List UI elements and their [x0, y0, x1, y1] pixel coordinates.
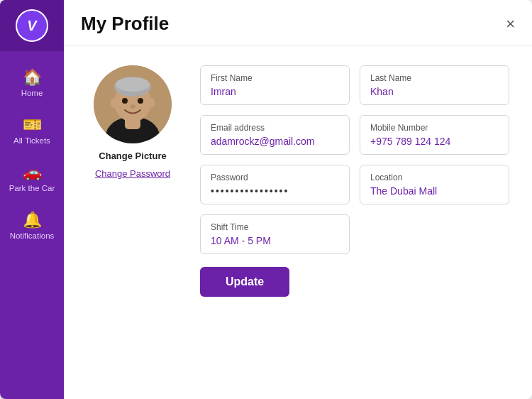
contact-row: Email address adamrockz@gmail.com Mobile… [200, 115, 509, 155]
password-location-row: Password •••••••••••••••• Location The D… [200, 165, 509, 204]
svg-point-8 [122, 98, 128, 104]
password-value: •••••••••••••••• [211, 185, 339, 197]
page-title: My Profile [81, 13, 169, 35]
sidebar-item-park-the-car[interactable]: 🚗 Park the Car [0, 153, 64, 201]
svg-point-9 [138, 98, 143, 104]
sidebar-item-home-label: Home [21, 89, 43, 97]
svg-point-6 [111, 98, 118, 108]
top-bar: My Profile × [64, 0, 532, 45]
sidebar-item-all-tickets[interactable]: 🎫 All Tickets [0, 106, 64, 153]
mobile-label: Mobile Number [370, 123, 499, 133]
close-button[interactable]: × [506, 16, 515, 32]
sidebar-item-tickets-label: All Tickets [13, 136, 50, 145]
update-button[interactable]: Update [200, 267, 289, 297]
change-password-button[interactable]: Change Password [95, 168, 170, 179]
location-label: Location [370, 173, 499, 182]
sidebar: V 🏠 Home 🎫 All Tickets 🚗 Park the Car 🔔 … [0, 0, 64, 399]
first-name-field[interactable]: First Name Imran [200, 65, 350, 105]
car-icon: 🚗 [23, 165, 42, 180]
name-row: First Name Imran Last Name Khan [200, 65, 509, 105]
email-label: Email address [211, 123, 339, 133]
shift-label: Shift Time [211, 222, 339, 232]
app-window: V 🏠 Home 🎫 All Tickets 🚗 Park the Car 🔔 … [0, 0, 532, 399]
bell-icon: 🔔 [23, 212, 42, 228]
avatar [94, 65, 172, 143]
profile-body: Change Picture Change Password First Nam… [64, 45, 532, 399]
sidebar-item-notifications-label: Notifications [10, 231, 55, 240]
avatar-image [94, 65, 172, 143]
logo-icon: V [16, 9, 48, 42]
svg-point-7 [148, 98, 155, 108]
main-content: My Profile × [64, 0, 532, 399]
svg-point-10 [130, 104, 135, 109]
last-name-field[interactable]: Last Name Khan [360, 65, 509, 105]
avatar-section: Change Picture Change Password [87, 65, 179, 379]
mobile-field[interactable]: Mobile Number +975 789 124 124 [360, 115, 509, 155]
password-field[interactable]: Password •••••••••••••••• [200, 165, 350, 204]
shift-value: 10 AM - 5 PM [211, 235, 339, 246]
email-value: adamrockz@gmail.com [211, 136, 339, 147]
svg-point-5 [116, 77, 150, 92]
ticket-icon: 🎫 [23, 117, 42, 133]
change-picture-label: Change Picture [99, 151, 166, 161]
last-name-value: Khan [370, 86, 499, 97]
sidebar-logo: V [0, 0, 64, 51]
email-field[interactable]: Email address adamrockz@gmail.com [200, 115, 350, 155]
last-name-label: Last Name [370, 73, 499, 83]
first-name-value: Imran [211, 86, 339, 97]
home-icon: 🏠 [23, 70, 42, 85]
sidebar-item-notifications[interactable]: 🔔 Notifications [0, 201, 64, 248]
shift-row: Shift Time 10 AM - 5 PM [200, 214, 509, 254]
sidebar-nav: 🏠 Home 🎫 All Tickets 🚗 Park the Car 🔔 No… [0, 51, 64, 248]
password-label: Password [211, 173, 339, 182]
sidebar-item-car-label: Park the Car [9, 184, 55, 192]
location-value: The Dubai Mall [370, 185, 499, 197]
location-field[interactable]: Location The Dubai Mall [360, 165, 509, 204]
first-name-label: First Name [211, 73, 339, 83]
shift-field[interactable]: Shift Time 10 AM - 5 PM [200, 214, 350, 254]
form-section: First Name Imran Last Name Khan Email ad… [200, 65, 509, 379]
mobile-value: +975 789 124 124 [370, 136, 499, 147]
sidebar-item-home[interactable]: 🏠 Home [0, 58, 64, 106]
